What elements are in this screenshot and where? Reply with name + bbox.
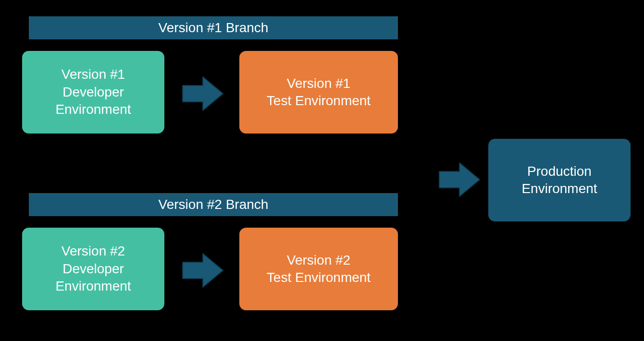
dev-env-box-1: Version #1DeveloperEnvironment	[22, 51, 164, 134]
svg-marker-0	[183, 77, 223, 110]
arrow-icon	[182, 75, 225, 112]
svg-marker-2	[439, 163, 480, 196]
arrow-icon	[182, 252, 225, 289]
branch-header-2: Version #2 Branch	[29, 193, 398, 216]
test-env-box-2: Version #2Test Environment	[239, 228, 398, 310]
test-env-box-1: Version #1Test Environment	[239, 51, 398, 134]
svg-marker-1	[183, 254, 223, 287]
production-box: ProductionEnvironment	[488, 139, 631, 221]
branch-header-1: Version #1 Branch	[29, 16, 398, 39]
arrow-icon	[438, 161, 482, 198]
dev-env-box-2: Version #2DeveloperEnvironment	[22, 228, 164, 310]
